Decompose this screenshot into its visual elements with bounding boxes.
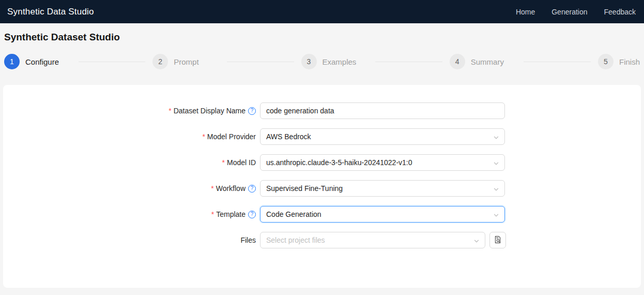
top-navbar: Synthetic Data Studio Home Generation Fe… bbox=[0, 0, 644, 23]
step-finish[interactable]: 5 Finish bbox=[598, 54, 640, 69]
step-number-badge: 2 bbox=[152, 54, 168, 69]
file-search-icon bbox=[494, 235, 502, 245]
required-marker: * bbox=[202, 132, 205, 141]
step-number-badge: 1 bbox=[4, 54, 20, 69]
field-label-text: Template bbox=[216, 210, 246, 218]
app-brand: Synthetic Data Studio bbox=[7, 7, 94, 17]
nav-link-feedback[interactable]: Feedback bbox=[604, 8, 636, 16]
navbar-menu: Home Generation Feedback bbox=[516, 8, 636, 16]
template-label: * Template ? bbox=[3, 210, 260, 218]
step-label: Configure bbox=[25, 57, 59, 66]
step-label: Summary bbox=[471, 57, 504, 66]
step-number-badge: 3 bbox=[301, 54, 317, 69]
required-marker: * bbox=[168, 107, 171, 115]
question-circle-icon[interactable]: ? bbox=[248, 107, 256, 115]
step-connector bbox=[375, 62, 442, 62]
model-id-select[interactable]: us.anthropic.claude-3-5-haiku-20241022-v… bbox=[260, 154, 505, 171]
step-connector bbox=[524, 62, 591, 62]
select-placeholder: Select project files bbox=[266, 236, 325, 244]
form-row-model-id: * Model ID us.anthropic.claude-3-5-haiku… bbox=[3, 154, 641, 171]
step-examples[interactable]: 3 Examples bbox=[301, 54, 369, 69]
configure-form-card: * Dataset Display Name ? * Model Provide… bbox=[3, 85, 641, 288]
nav-link-generation[interactable]: Generation bbox=[551, 8, 587, 16]
chevron-down-icon bbox=[493, 134, 499, 142]
step-configure[interactable]: 1 Configure bbox=[4, 54, 71, 69]
form-row-template: * Template ? Code Generation bbox=[3, 206, 641, 223]
step-connector bbox=[227, 62, 294, 62]
browse-files-button[interactable] bbox=[489, 232, 506, 248]
workflow-label: * Workflow ? bbox=[3, 184, 260, 193]
step-label: Prompt bbox=[174, 57, 198, 66]
select-value: Code Generation bbox=[266, 210, 321, 218]
files-label: Files bbox=[3, 236, 260, 244]
model-id-label: * Model ID bbox=[3, 158, 260, 167]
page-title: Synthetic Dataset Studio bbox=[4, 31, 644, 43]
question-circle-icon[interactable]: ? bbox=[248, 211, 256, 218]
template-select[interactable]: Code Generation bbox=[260, 206, 505, 223]
files-select[interactable]: Select project files bbox=[260, 232, 485, 248]
select-value: us.anthropic.claude-3-5-haiku-20241022-v… bbox=[266, 158, 412, 167]
required-marker: * bbox=[211, 210, 214, 218]
chevron-down-icon bbox=[493, 212, 499, 220]
nav-link-home[interactable]: Home bbox=[516, 8, 535, 16]
step-prompt[interactable]: 2 Prompt bbox=[152, 54, 220, 69]
step-summary[interactable]: 4 Summary bbox=[450, 54, 517, 69]
select-value: AWS Bedrock bbox=[266, 132, 311, 141]
chevron-down-icon bbox=[493, 186, 499, 194]
chevron-down-icon bbox=[473, 238, 480, 246]
step-connector bbox=[79, 62, 146, 62]
step-number-badge: 5 bbox=[598, 54, 614, 69]
select-value: Supervised Fine-Tuning bbox=[266, 184, 343, 193]
step-label: Finish bbox=[619, 57, 640, 66]
form-row-files: Files Select project files bbox=[3, 232, 641, 248]
chevron-down-icon bbox=[493, 160, 499, 168]
workflow-select[interactable]: Supervised Fine-Tuning bbox=[260, 180, 505, 197]
model-provider-label: * Model Provider bbox=[3, 132, 260, 141]
field-label-text: Dataset Display Name bbox=[174, 107, 246, 115]
question-circle-icon[interactable]: ? bbox=[248, 185, 256, 193]
form-row-workflow: * Workflow ? Supervised Fine-Tuning bbox=[3, 180, 641, 197]
field-label-text: Files bbox=[240, 236, 256, 244]
model-provider-select[interactable]: AWS Bedrock bbox=[260, 128, 505, 145]
step-label: Examples bbox=[323, 57, 357, 66]
field-label-text: Model ID bbox=[227, 158, 256, 167]
field-label-text: Workflow bbox=[216, 184, 246, 193]
required-marker: * bbox=[222, 158, 225, 167]
dataset-display-name-label: * Dataset Display Name ? bbox=[3, 107, 260, 115]
dataset-display-name-input[interactable] bbox=[260, 102, 505, 119]
field-label-text: Model Provider bbox=[207, 132, 256, 141]
step-number-badge: 4 bbox=[450, 54, 465, 69]
required-marker: * bbox=[211, 184, 213, 193]
form-row-model-provider: * Model Provider AWS Bedrock bbox=[3, 128, 641, 145]
form-row-dataset-display-name: * Dataset Display Name ? bbox=[3, 102, 641, 119]
wizard-stepper: 1 Configure 2 Prompt 3 Examples 4 Summar… bbox=[4, 54, 640, 69]
